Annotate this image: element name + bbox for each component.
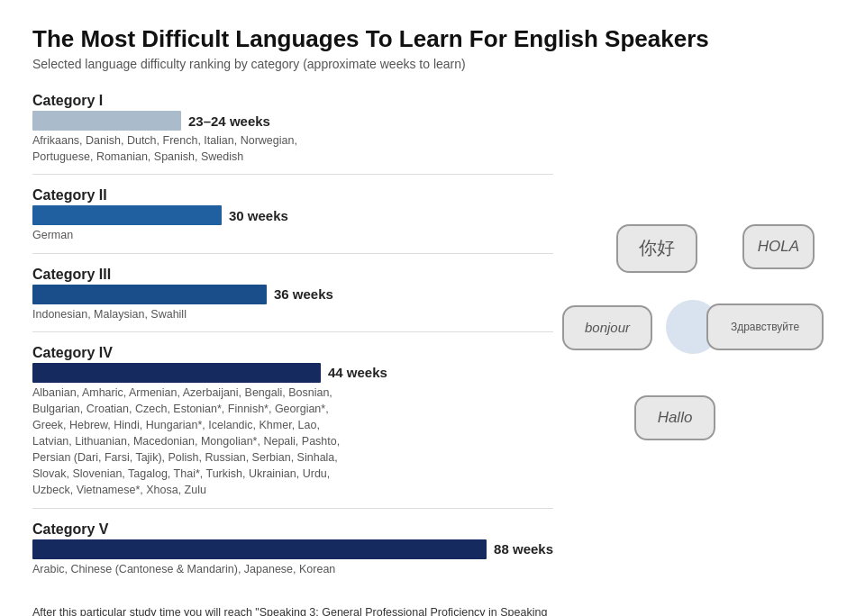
category-row-cat5: Category V88 weeksArabic, Chinese (Canto… — [32, 521, 553, 577]
bar-cat2 — [32, 205, 222, 225]
bar-cat3 — [32, 285, 267, 304]
bar-cat4 — [32, 363, 321, 383]
bubble-hola: HOLA — [742, 224, 815, 269]
category-row-cat4: Category IV44 weeksAlbanian, Amharic, Ar… — [32, 345, 553, 509]
divider-3 — [32, 508, 553, 509]
category-label-cat5: Category V — [32, 521, 553, 538]
divider-1 — [32, 253, 553, 254]
bar-row-cat1: 23–24 weeks — [32, 111, 553, 131]
speech-bubbles: 你好 HOLA bonjour Здравствуйте Hallo — [562, 224, 824, 458]
cat-desc-cat5: Arabic, Chinese (Cantonese & Mandarin), … — [32, 561, 553, 577]
bar-cat1 — [32, 111, 181, 131]
note-section: After this particular study time you wil… — [32, 604, 573, 616]
page-title: The Most Difficult Languages To Learn Fo… — [32, 25, 833, 53]
categories-panel: Category I23–24 weeksAfrikaans, Danish, … — [32, 93, 553, 590]
category-row-cat1: Category I23–24 weeksAfrikaans, Danish, … — [32, 93, 553, 175]
weeks-label-cat5: 88 weeks — [494, 541, 553, 557]
category-row-cat2: Category II30 weeksGerman — [32, 187, 553, 253]
cat-desc-cat1: Afrikaans, Danish, Dutch, French, Italia… — [32, 132, 553, 165]
illustration-panel: 你好 HOLA bonjour Здравствуйте Hallo — [553, 93, 833, 590]
weeks-label-cat2: 30 weeks — [229, 208, 288, 223]
bar-cat5 — [32, 539, 487, 559]
bubble-hallo: Hallo — [634, 395, 715, 440]
bar-row-cat5: 88 weeks — [32, 539, 553, 559]
bubble-russian: Здравствуйте — [706, 303, 824, 350]
divider-0 — [32, 174, 553, 175]
category-label-cat2: Category II — [32, 187, 553, 204]
note-text: After this particular study time you wil… — [32, 606, 547, 616]
divider-2 — [32, 331, 553, 332]
bubble-chinese: 你好 — [616, 224, 697, 273]
cat-desc-cat4: Albanian, Amharic, Armenian, Azerbaijani… — [32, 385, 553, 499]
category-label-cat4: Category IV — [32, 345, 553, 361]
bar-row-cat4: 44 weeks — [32, 363, 553, 383]
bubble-bonjour: bonjour — [562, 305, 652, 350]
category-label-cat3: Category III — [32, 267, 553, 283]
cat-desc-cat3: Indonesian, Malaysian, Swahill — [32, 306, 553, 322]
weeks-label-cat3: 36 weeks — [274, 286, 333, 302]
cat-desc-cat2: German — [32, 227, 553, 243]
weeks-label-cat4: 44 weeks — [328, 365, 387, 380]
weeks-label-cat1: 23–24 weeks — [188, 113, 270, 129]
bar-row-cat2: 30 weeks — [32, 205, 553, 225]
category-label-cat1: Category I — [32, 93, 553, 109]
category-row-cat3: Category III36 weeksIndonesian, Malaysia… — [32, 267, 553, 332]
subtitle: Selected language difficulty ranking by … — [32, 57, 833, 71]
bar-row-cat3: 36 weeks — [32, 285, 553, 304]
